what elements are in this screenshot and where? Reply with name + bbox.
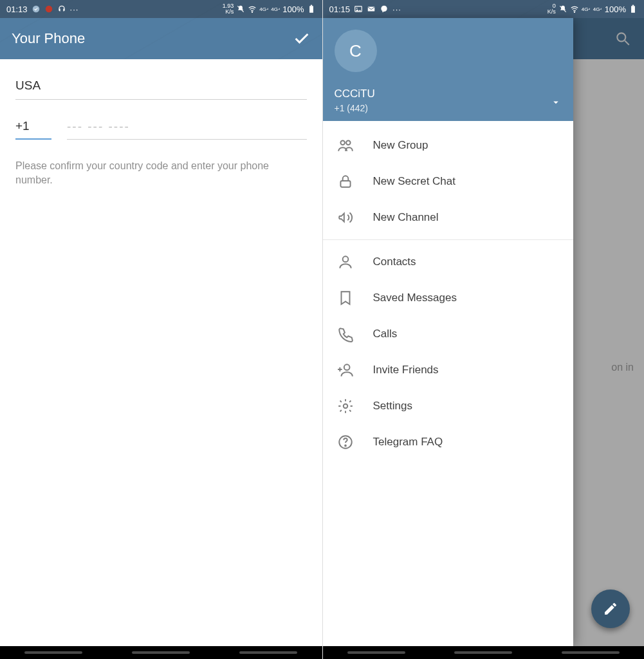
- phone-screen-login: 01:13 ··· 1.93K/s 4G 4G 100% Your Phone: [0, 0, 322, 659]
- battery-icon: [307, 5, 316, 14]
- android-nav-bar: [0, 646, 322, 659]
- battery-pct: 100%: [605, 5, 626, 14]
- svg-point-11: [574, 12, 575, 12]
- menu-label: New Group: [373, 139, 428, 152]
- status-bar: 01:13 ··· 1.93K/s 4G 4G 100%: [0, 0, 322, 18]
- menu-saved-messages[interactable]: Saved Messages: [323, 280, 574, 316]
- svg-point-1: [45, 6, 52, 13]
- page-title: Your Phone: [12, 30, 85, 47]
- more-notifications-icon: ···: [392, 5, 401, 14]
- menu-label: Invite Friends: [373, 364, 439, 376]
- svg-rect-18: [340, 181, 350, 187]
- signal-icon-1: 4G: [259, 5, 268, 14]
- avatar-letter: C: [349, 41, 362, 61]
- app-icon-1: [32, 5, 41, 14]
- menu-divider: [323, 239, 574, 240]
- signal-icon-1: 4G: [582, 5, 591, 14]
- bookmark-icon: [337, 290, 354, 306]
- phone-screen-drawer: 01:15 ··· 0K/s 4G 4G 100% on in: [322, 0, 645, 659]
- menu-label: New Secret Chat: [373, 175, 456, 188]
- compose-fab[interactable]: [591, 589, 630, 628]
- confirm-button[interactable]: [293, 30, 311, 48]
- menu-label: Telegram FAQ: [373, 436, 443, 449]
- svg-rect-12: [631, 6, 635, 12]
- menu-calls[interactable]: Calls: [323, 316, 574, 352]
- status-time: 01:15: [329, 5, 351, 14]
- battery-pct: 100%: [282, 5, 304, 14]
- navigation-drawer: C CCCiTU +1 (442) New Group New Secret C…: [323, 18, 574, 646]
- menu-faq[interactable]: Telegram FAQ: [323, 424, 574, 460]
- net-speed: 0K/s: [547, 3, 556, 15]
- gear-icon: [337, 398, 354, 414]
- svg-rect-4: [309, 6, 313, 12]
- menu-new-secret-chat[interactable]: New Secret Chat: [323, 163, 574, 200]
- phone-number-input[interactable]: --- --- ----: [67, 120, 307, 140]
- status-time: 01:13: [6, 5, 28, 14]
- svg-point-17: [346, 140, 351, 145]
- hint-text: Please confirm your country code and ent…: [15, 159, 307, 188]
- country-field[interactable]: USA: [15, 75, 307, 100]
- menu-label: Settings: [373, 400, 412, 413]
- phone-icon: [337, 326, 354, 342]
- svg-point-20: [344, 364, 349, 370]
- image-notif-icon: [354, 5, 363, 14]
- mail-notif-icon: [367, 5, 376, 14]
- menu-new-group[interactable]: New Group: [323, 127, 574, 163]
- avatar[interactable]: C: [335, 30, 377, 72]
- android-nav-bar: [323, 646, 645, 659]
- svg-point-3: [252, 12, 253, 12]
- help-icon: [337, 434, 354, 450]
- megaphone-icon: [337, 209, 354, 226]
- app-icon-2: [44, 5, 53, 14]
- menu-label: Calls: [373, 328, 398, 340]
- lock-icon: [337, 173, 354, 190]
- wifi-icon: [248, 5, 257, 14]
- headset-icon: [57, 5, 66, 14]
- signal-icon-2: 4G: [593, 5, 602, 14]
- invite-icon: [337, 362, 354, 378]
- app-bar: Your Phone: [0, 18, 322, 59]
- wifi-icon: [570, 5, 579, 14]
- svg-point-16: [340, 140, 345, 145]
- svg-point-7: [356, 8, 358, 9]
- signal-icon-2: 4G: [271, 5, 280, 14]
- dial-code-input[interactable]: +1: [15, 119, 51, 140]
- more-notifications-icon: ···: [70, 5, 79, 14]
- mute-icon: [236, 5, 245, 14]
- svg-point-9: [381, 6, 387, 12]
- svg-rect-13: [632, 5, 634, 6]
- background-text-fragment: on in: [611, 362, 634, 373]
- svg-rect-8: [368, 7, 375, 12]
- drawer-phone: +1 (442): [335, 103, 562, 113]
- menu-label: Contacts: [373, 255, 416, 268]
- svg-point-0: [32, 6, 39, 13]
- battery-icon: [629, 5, 638, 14]
- net-speed: 1.93K/s: [223, 3, 234, 15]
- svg-point-21: [343, 404, 347, 409]
- status-bar: 01:15 ··· 0K/s 4G 4G 100%: [323, 0, 645, 18]
- svg-rect-5: [310, 5, 311, 6]
- chat-notif-icon: [380, 5, 389, 14]
- svg-point-19: [342, 256, 348, 262]
- menu-new-channel[interactable]: New Channel: [323, 200, 574, 236]
- svg-point-23: [345, 445, 346, 447]
- drawer-menu: New Group New Secret Chat New Channel Co…: [323, 121, 574, 467]
- drawer-username: CCCiTU: [335, 88, 562, 100]
- menu-contacts[interactable]: Contacts: [323, 244, 574, 280]
- menu-label: New Channel: [373, 211, 439, 224]
- person-icon: [337, 254, 354, 270]
- login-form: USA +1 --- --- ---- Please confirm your …: [0, 59, 322, 659]
- group-icon: [337, 137, 354, 154]
- menu-settings[interactable]: Settings: [323, 388, 574, 424]
- menu-label: Saved Messages: [373, 292, 457, 304]
- menu-invite-friends[interactable]: Invite Friends: [323, 352, 574, 388]
- mute-icon: [558, 5, 567, 14]
- drawer-header[interactable]: C CCCiTU +1 (442): [323, 18, 574, 121]
- chevron-down-icon[interactable]: [550, 97, 562, 108]
